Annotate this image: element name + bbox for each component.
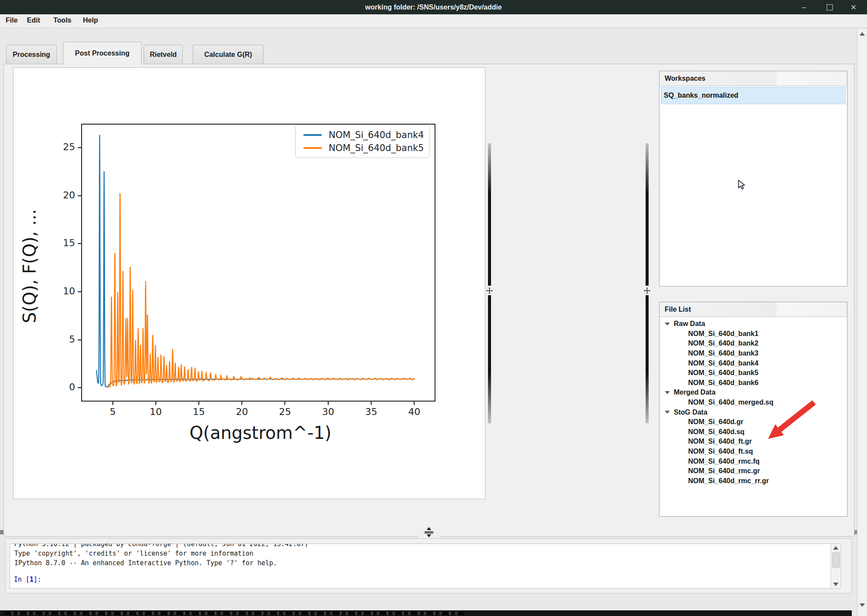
window-title: working folder: /SNS/users/y8z/Dev/addie — [0, 3, 867, 11]
menu-bar: FileEditToolsHelp — [0, 14, 867, 28]
series-NOM_Si_640d_bank4 — [96, 135, 415, 387]
tree-item[interactable]: NOM_Si_640d_ft.sq — [659, 447, 847, 457]
maximize-button[interactable] — [821, 0, 838, 14]
workspaces-panel: Workspaces SQ_banks_normalized — [659, 71, 847, 287]
tick-mark — [241, 402, 242, 405]
right-vertical-splitter[interactable] — [646, 143, 649, 423]
tree-item-label: NOM_Si_640d.gr — [688, 418, 743, 426]
tree-group-label: Raw Data — [674, 320, 705, 328]
horizontal-splitter-handle[interactable] — [418, 526, 440, 538]
right-splitter-handle[interactable] — [643, 286, 651, 295]
tick-label: 20 — [53, 190, 75, 201]
tab-post-processing[interactable]: Post Processing — [63, 42, 142, 64]
file-list-header: File List — [659, 302, 847, 317]
tick-label: 20 — [229, 406, 255, 417]
annotation-arrow — [762, 397, 821, 443]
scroll-up-icon — [860, 32, 865, 36]
status-text-fragment — [4, 612, 464, 615]
minimize-icon: – — [802, 3, 806, 12]
legend-line-swatch — [303, 147, 322, 149]
legend-line-swatch — [303, 134, 322, 136]
menu-file[interactable]: File — [6, 16, 18, 24]
tick-label: 5 — [100, 406, 126, 417]
tree-item[interactable]: NOM_Si_640d_bank6 — [659, 378, 847, 388]
move-handle-icon — [486, 287, 493, 294]
tab-calculate-g-r-[interactable]: Calculate G(R) — [193, 45, 264, 64]
workspaces-header: Workspaces — [659, 71, 847, 86]
tick-mark — [198, 402, 199, 405]
tick-mark — [78, 243, 81, 244]
tree-item[interactable]: NOM_Si_640d_bank3 — [659, 349, 847, 359]
tick-mark — [78, 195, 81, 196]
tick-label: 40 — [401, 406, 427, 417]
menu-tools[interactable]: Tools — [53, 16, 71, 24]
tick-mark — [284, 402, 285, 405]
tick-label: 15 — [53, 237, 75, 248]
tick-mark — [112, 402, 113, 405]
maximize-icon — [827, 4, 833, 10]
tree-item[interactable]: NOM_Si_640d_bank2 — [659, 339, 847, 349]
menu-edit[interactable]: Edit — [27, 16, 40, 24]
tab-processing[interactable]: Processing — [6, 45, 57, 64]
ipython-console[interactable]: Python 3.10.12 | packaged by conda-forge… — [10, 544, 841, 589]
tree-group-label: StoG Data — [674, 408, 707, 416]
move-handle-icon — [644, 287, 650, 294]
tick-label: 30 — [315, 406, 341, 417]
tick-mark — [414, 402, 415, 405]
window-scrollbar[interactable] — [857, 29, 867, 616]
x-axis-label: Q(angstrom^-1) — [130, 423, 391, 443]
legend-label: NOM_Si_640d_bank4 — [329, 130, 424, 140]
workspace-item[interactable]: SQ_banks_normalized — [661, 87, 846, 104]
plot-axes[interactable] — [81, 124, 435, 402]
tick-label: 25 — [272, 406, 298, 417]
console-line: Python 3.10.12 | packaged by conda-forge… — [10, 544, 841, 549]
series-NOM_Si_640d_bank5 — [108, 194, 415, 387]
expander-icon[interactable] — [665, 411, 670, 414]
tree-item[interactable]: NOM_Si_640d_rmc_rr.gr — [659, 476, 847, 486]
tree-item-label: NOM_Si_640d_ft.sq — [688, 448, 753, 455]
legend-entry: NOM_Si_640d_bank5 — [303, 143, 429, 153]
tick-label: 25 — [53, 142, 75, 152]
expander-icon[interactable] — [665, 323, 670, 326]
console-scrollbar-thumb[interactable] — [832, 552, 840, 568]
tree-item[interactable]: NOM_Si_640d_rmc.gr — [659, 466, 847, 476]
left-splitter-handle[interactable] — [486, 286, 493, 295]
tick-mark — [328, 402, 329, 405]
tick-mark — [78, 147, 81, 148]
title-bar: working folder: /SNS/users/y8z/Dev/addie… — [0, 0, 867, 14]
tree-item-label: NOM_Si_640d_bank4 — [688, 359, 758, 367]
tree-group-raw-data[interactable]: Raw Data — [659, 319, 847, 329]
bottom-status-strip — [0, 610, 852, 616]
y-axis-label: S(Q), F(Q), ... — [20, 145, 40, 388]
minimize-button[interactable]: – — [795, 0, 813, 14]
tree-group-merged-data[interactable]: Merged Data — [659, 388, 847, 398]
console-prompt: In [1]: — [14, 576, 41, 583]
left-vertical-splitter[interactable] — [488, 143, 491, 423]
scroll-down-icon — [833, 583, 838, 586]
tree-item-label: NOM_Si_640d.sq — [688, 428, 745, 436]
tick-mark — [155, 402, 156, 405]
tree-item[interactable]: NOM_Si_640d_bank5 — [659, 368, 847, 378]
plot-legend: NOM_Si_640d_bank4NOM_Si_640d_bank5 — [295, 125, 430, 158]
tick-label: 10 — [53, 286, 75, 296]
tree-item[interactable]: NOM_Si_640d_bank1 — [659, 329, 847, 339]
tree-item[interactable]: NOM_Si_640d_bank4 — [659, 358, 847, 368]
tree-item-label: NOM_Si_640d_ft.gr — [688, 438, 752, 445]
expander-icon[interactable] — [665, 391, 670, 394]
plot-curves — [82, 125, 435, 401]
console-scrollbar[interactable] — [831, 544, 840, 588]
close-button[interactable]: × — [845, 0, 862, 14]
tick-label: 0 — [53, 382, 75, 392]
scroll-up-icon — [833, 546, 838, 550]
close-icon: × — [851, 2, 857, 13]
tick-mark — [371, 402, 372, 405]
legend-label: NOM_Si_640d_bank5 — [329, 143, 424, 153]
tree-item-label: NOM_Si_640d_rmc.gr — [688, 467, 760, 475]
menu-help[interactable]: Help — [83, 16, 98, 24]
console-line: Type 'copyright', 'credits' or 'license'… — [10, 549, 841, 558]
split-handle-icon — [423, 527, 435, 537]
tree-item-label: NOM_Si_640d_merged.sq — [688, 399, 774, 406]
scroll-down-icon — [860, 603, 865, 607]
tab-rietveld[interactable]: Rietveld — [144, 45, 183, 64]
tree-item[interactable]: NOM_Si_640d_rmc.fq — [659, 456, 847, 466]
